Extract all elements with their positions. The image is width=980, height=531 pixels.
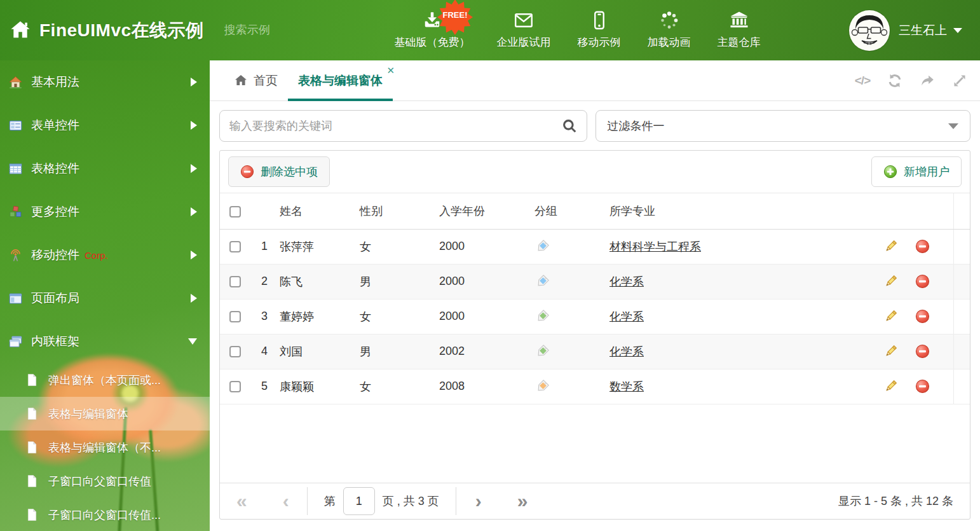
tab-label: 表格与编辑窗体 xyxy=(298,72,383,89)
chevron-right-icon xyxy=(191,207,197,216)
col-name: 姓名 xyxy=(280,193,360,229)
cell-gender: 女 xyxy=(360,299,439,334)
delete-icon[interactable] xyxy=(915,379,930,394)
app-root: FineUIMvc在线示例 基础版（免费） 企业版试用 移动示例 加载动画 主题… xyxy=(0,0,980,531)
delete-icon[interactable] xyxy=(915,274,930,289)
chevron-down-icon xyxy=(948,123,958,129)
edit-icon[interactable] xyxy=(883,379,898,394)
table-row: 5 康颖颖 女 2008 数学系 xyxy=(220,369,970,404)
tab-toolbar: </> xyxy=(855,60,967,100)
tag-icon xyxy=(534,309,550,324)
row-checkbox[interactable] xyxy=(229,311,241,322)
delete-selected-button[interactable]: 删除选中项 xyxy=(228,156,330,187)
document-icon xyxy=(26,373,38,387)
delete-icon[interactable] xyxy=(915,309,930,324)
major-link[interactable]: 化学系 xyxy=(609,275,644,288)
edit-icon[interactable] xyxy=(883,344,898,359)
next-page-button[interactable]: › xyxy=(475,492,482,511)
page-label-after: 页 , 共 3 页 xyxy=(383,493,439,509)
major-link[interactable]: 数学系 xyxy=(609,380,644,393)
select-all-checkbox[interactable] xyxy=(229,206,241,217)
grid-toolbar: 删除选中项 新增用户 xyxy=(220,151,970,193)
header-nav-item[interactable]: 移动示例 xyxy=(564,11,634,50)
cell-gender: 女 xyxy=(360,229,439,264)
header-nav-item[interactable]: 企业版试用 xyxy=(484,11,564,50)
filter-row: 过滤条件一 xyxy=(210,101,980,150)
antenna-color-icon xyxy=(9,249,22,262)
sidebar-item[interactable]: 内联框架 xyxy=(0,320,210,363)
search-icon[interactable] xyxy=(562,118,577,134)
cell-year: 2008 xyxy=(439,369,534,404)
sidebar-subitem[interactable]: 表格与编辑窗体 xyxy=(0,397,210,431)
header-nav-item[interactable]: 加载动画 xyxy=(634,11,704,50)
prev-page-button[interactable]: ‹ xyxy=(283,492,289,511)
sidebar-subitem[interactable]: 子窗口向父窗口传值 xyxy=(0,464,210,498)
document-icon xyxy=(26,508,38,521)
tab-label: 首页 xyxy=(254,72,278,89)
table-row: 2 陈飞 男 2000 化学系 xyxy=(220,264,970,299)
tab-grid-edit-window[interactable]: 表格与编辑窗体 ✕ xyxy=(288,60,393,100)
user-menu[interactable]: 三生石上 xyxy=(849,10,962,51)
grid-panel: 删除选中项 新增用户 xyxy=(219,150,970,520)
expand-icon[interactable] xyxy=(952,73,967,88)
record-summary: 显示 1 - 5 条 , 共 12 条 xyxy=(838,493,953,509)
sidebar-item[interactable]: 基本用法 xyxy=(0,60,210,104)
table-row: 4 刘国 男 2002 化学系 xyxy=(220,334,970,369)
close-icon[interactable]: ✕ xyxy=(386,65,395,76)
chevron-right-icon xyxy=(191,251,197,259)
row-checkbox[interactable] xyxy=(229,381,241,392)
edit-icon[interactable] xyxy=(883,309,898,324)
sidebar-subitem[interactable]: 弹出窗体（本页面或... xyxy=(0,363,210,397)
tag-icon xyxy=(534,344,550,359)
share-icon[interactable] xyxy=(920,73,935,88)
row-index: 1 xyxy=(249,229,280,264)
minus-circle-icon xyxy=(240,165,254,179)
filter-dropdown[interactable]: 过滤条件一 xyxy=(595,110,971,142)
chevron-down-icon xyxy=(188,338,197,345)
sidebar-subitem[interactable]: 子窗口向父窗口传值... xyxy=(0,498,210,531)
cell-name: 陈飞 xyxy=(280,264,360,299)
home-icon[interactable] xyxy=(9,19,32,42)
cell-gender: 男 xyxy=(360,264,439,299)
sidebar-item[interactable]: 更多控件 xyxy=(0,190,210,233)
sidebar-subitem[interactable]: 表格与编辑窗体（不... xyxy=(0,431,210,464)
edit-icon[interactable] xyxy=(883,239,898,254)
delete-icon[interactable] xyxy=(915,239,930,254)
page-number-input[interactable] xyxy=(343,487,375,515)
keyword-search-input[interactable] xyxy=(229,120,562,133)
tab-home[interactable]: 首页 xyxy=(224,60,288,100)
table-row: 1 张萍萍 女 2000 材料科学与工程系 xyxy=(220,229,970,264)
row-checkbox[interactable] xyxy=(229,241,241,252)
col-year: 入学年份 xyxy=(439,193,534,229)
cell-gender: 女 xyxy=(360,369,439,404)
code-icon[interactable]: </> xyxy=(855,73,870,88)
refresh-icon[interactable] xyxy=(887,73,902,88)
cubes-color-icon xyxy=(9,205,22,219)
cell-year: 2002 xyxy=(439,334,534,369)
header-nav-item[interactable]: 主题仓库 xyxy=(704,11,774,50)
sidebar-item[interactable]: 移动控件 Corp. xyxy=(0,233,210,277)
top-header: FineUIMvc在线示例 基础版（免费） 企业版试用 移动示例 加载动画 主题… xyxy=(0,0,980,60)
major-link[interactable]: 材料科学与工程系 xyxy=(609,240,701,253)
spinner-icon xyxy=(660,11,679,30)
delete-icon[interactable] xyxy=(915,344,930,359)
sidebar-item[interactable]: 页面布局 xyxy=(0,277,210,320)
sidebar-item[interactable]: 表格控件 xyxy=(0,147,210,190)
first-page-button[interactable]: « xyxy=(236,492,247,511)
last-page-button[interactable]: » xyxy=(517,492,528,511)
header-search-input[interactable] xyxy=(224,24,372,37)
sidebar-item[interactable]: 表单控件 xyxy=(0,104,210,147)
add-user-button[interactable]: 新增用户 xyxy=(871,156,962,187)
major-link[interactable]: 化学系 xyxy=(609,345,644,358)
row-index: 4 xyxy=(249,334,280,369)
chevron-right-icon xyxy=(191,78,197,86)
chevron-down-icon xyxy=(953,28,962,33)
major-link[interactable]: 化学系 xyxy=(609,310,644,323)
row-checkbox[interactable] xyxy=(229,346,241,357)
edit-icon[interactable] xyxy=(883,274,898,289)
tab-bar: 首页 表格与编辑窗体 ✕ </> xyxy=(210,60,980,101)
col-group: 分组 xyxy=(534,193,609,229)
document-icon xyxy=(26,407,38,420)
row-checkbox[interactable] xyxy=(229,276,241,287)
app-title: FineUIMvc在线示例 xyxy=(39,18,204,43)
